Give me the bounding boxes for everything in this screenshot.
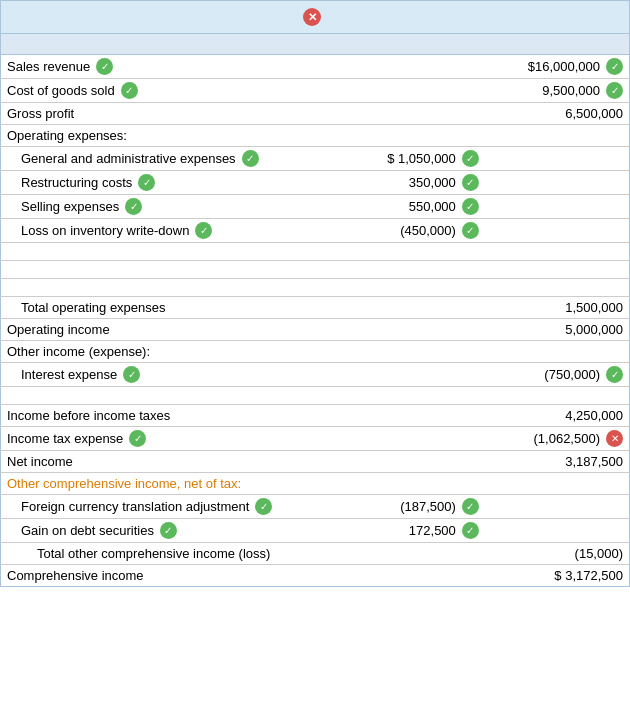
row-right-value: 1,500,000 [485, 297, 630, 319]
row-label: Income before income taxes [1, 405, 347, 427]
table-row: Comprehensive income$ 3,172,500 [1, 565, 630, 587]
check-icon: ✓ [138, 174, 155, 191]
row-label: Operating income [1, 319, 347, 341]
row-mid-value [346, 405, 484, 427]
row-right-value: (15,000) [485, 543, 630, 565]
row-label: Loss on inventory write-down✓ [1, 219, 347, 243]
label-text: Foreign currency translation adjustment [21, 499, 249, 514]
table-row [1, 279, 630, 297]
right-value-text: 1,500,000 [565, 300, 623, 315]
right-value-text: $ 3,172,500 [554, 568, 623, 583]
table-row: Gain on debt securities✓172,500✓ [1, 519, 630, 543]
check-icon: ✓ [242, 150, 259, 167]
right-value-text: 9,500,000 [542, 83, 600, 98]
row-mid-value: (187,500)✓ [346, 495, 484, 519]
check-icon: ✓ [129, 430, 146, 447]
check-icon: ✓ [606, 366, 623, 383]
row-right-value [485, 341, 630, 363]
table-row: Total other comprehensive income (loss)(… [1, 543, 630, 565]
row-mid-value [346, 79, 484, 103]
mid-value-text: 172,500 [409, 523, 456, 538]
table-row: Cost of goods sold✓9,500,000✓ [1, 79, 630, 103]
table-row [1, 261, 630, 279]
row-mid-value: 550,000✓ [346, 195, 484, 219]
table-row [1, 387, 630, 405]
row-right-value: 6,500,000 [485, 103, 630, 125]
right-value-text: (1,062,500) [534, 431, 601, 446]
table-row: Loss on inventory write-down✓(450,000)✓ [1, 219, 630, 243]
row-right-value: 3,187,500 [485, 451, 630, 473]
row-right-value [485, 195, 630, 219]
row-label: Gain on debt securities✓ [1, 519, 347, 543]
row-mid-value [346, 543, 484, 565]
mid-value-text: $ 1,050,000 [387, 151, 456, 166]
row-mid-value [346, 125, 484, 147]
row-right-value [485, 495, 630, 519]
row-right-value [485, 473, 630, 495]
row-mid-value [346, 319, 484, 341]
row-mid-value [346, 427, 484, 451]
row-label: Sales revenue✓ [1, 55, 347, 79]
row-right-value [485, 519, 630, 543]
right-value-text: 4,250,000 [565, 408, 623, 423]
check-icon: ✓ [462, 522, 479, 539]
row-label: Comprehensive income [1, 565, 347, 587]
label-text: Gain on debt securities [21, 523, 154, 538]
table-row: Net income3,187,500 [1, 451, 630, 473]
check-icon: ✓ [96, 58, 113, 75]
row-label: General and administrative expenses✓ [1, 147, 347, 171]
table-row: Operating income5,000,000 [1, 319, 630, 341]
row-right-value [485, 171, 630, 195]
mid-value-text: (187,500) [400, 499, 456, 514]
row-right-value: 4,250,000 [485, 405, 630, 427]
table-row: Income tax expense✓(1,062,500)✕ [1, 427, 630, 451]
check-icon: ✓ [195, 222, 212, 239]
row-label: Net income [1, 451, 347, 473]
check-icon: ✓ [255, 498, 272, 515]
row-label: Selling expenses✓ [1, 195, 347, 219]
label-text: Restructuring costs [21, 175, 132, 190]
check-icon: ✓ [606, 58, 623, 75]
row-right-value: 9,500,000✓ [485, 79, 630, 103]
row-mid-value [346, 341, 484, 363]
table-row: Restructuring costs✓350,000✓ [1, 171, 630, 195]
row-mid-value [346, 55, 484, 79]
row-right-value [485, 125, 630, 147]
row-right-value [485, 147, 630, 171]
label-text: Income tax expense [7, 431, 123, 446]
mid-value-text: (450,000) [400, 223, 456, 238]
table-row: Other income (expense): [1, 341, 630, 363]
row-label: Total other comprehensive income (loss) [1, 543, 347, 565]
right-value-text: (15,000) [575, 546, 623, 561]
mid-value-text: 550,000 [409, 199, 456, 214]
check-icon: ✓ [125, 198, 142, 215]
row-right-value [485, 219, 630, 243]
row-label: Interest expense✓ [1, 363, 347, 387]
row-label: Gross profit [1, 103, 347, 125]
row-right-value: 5,000,000 [485, 319, 630, 341]
row-mid-value [346, 297, 484, 319]
row-mid-value: (450,000)✓ [346, 219, 484, 243]
row-mid-value [346, 473, 484, 495]
statement-period [1, 46, 629, 54]
row-mid-value: $ 1,050,000✓ [346, 147, 484, 171]
row-label: Operating expenses: [1, 125, 347, 147]
row-label: Other comprehensive income, net of tax: [1, 473, 347, 495]
right-value-text: 3,187,500 [565, 454, 623, 469]
table-row: Income before income taxes4,250,000 [1, 405, 630, 427]
check-icon: ✓ [606, 82, 623, 99]
table-row: Other comprehensive income, net of tax: [1, 473, 630, 495]
row-right-value: (750,000)✓ [485, 363, 630, 387]
alert-error-icon: ✕ [303, 8, 321, 26]
label-text: Selling expenses [21, 199, 119, 214]
check-icon: ✓ [462, 498, 479, 515]
row-mid-value: 350,000✓ [346, 171, 484, 195]
check-icon: ✓ [462, 198, 479, 215]
row-mid-value [346, 565, 484, 587]
table-row: Sales revenue✓$16,000,000✓ [1, 55, 630, 79]
right-value-text: (750,000) [544, 367, 600, 382]
row-mid-value [346, 451, 484, 473]
mid-value-text: 350,000 [409, 175, 456, 190]
check-icon: ✓ [160, 522, 177, 539]
row-label: Foreign currency translation adjustment✓ [1, 495, 347, 519]
